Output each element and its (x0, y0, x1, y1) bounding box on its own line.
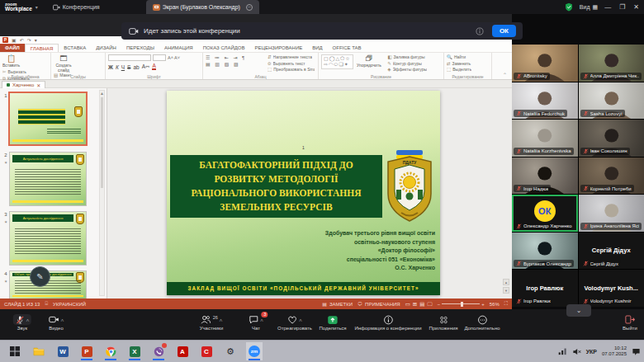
audio-button[interactable]: ᐱЗвук (13, 314, 31, 331)
security-shield-icon[interactable] (565, 2, 573, 12)
taskbar-powerpoint[interactable]: P (78, 342, 95, 360)
slide-title-box[interactable]: БАГАТОФАКТОРНИЙ ПІДХІД ДО РОЗВИТКУ МЕТОД… (170, 155, 382, 218)
shapes-gallery[interactable]: ▢◯△⬠☆⇨◠⬭❏✦ (321, 54, 353, 69)
close-screen-tab-icon[interactable]: − (246, 4, 253, 11)
taskbar-explorer[interactable] (31, 342, 47, 360)
ribbon-tab-вставка[interactable]: ВСТАВКА (59, 44, 91, 52)
ribbon-tab-показ-слайдов[interactable]: ПОКАЗ СЛАЙДОВ (198, 44, 250, 52)
chevron-up-icon[interactable]: ᐱ (61, 317, 64, 322)
network-icon[interactable] (558, 347, 567, 355)
leave-button[interactable]: Выйти (623, 314, 637, 331)
tab-screen-share[interactable]: Экран (Бурлаков Олександр) − (146, 0, 259, 14)
slide-sorter-icon[interactable]: ⊞ (413, 301, 417, 308)
maximize-button[interactable]: ❐ (619, 3, 625, 11)
taskbar-viber[interactable] (150, 342, 167, 360)
taskbar-excel[interactable]: X (126, 342, 143, 360)
normal-view-icon[interactable]: ▭ (405, 301, 410, 308)
collapse-gallery-button[interactable]: ⌄ (566, 304, 591, 317)
slide-nav-buttons[interactable]: ▲▼ (503, 279, 509, 294)
participant-tile[interactable]: Ірина Анатоліївна Ясі... (579, 195, 644, 232)
react-button[interactable]: ᐱОтреагировать (277, 314, 312, 331)
undo-icon[interactable]: ↶ (20, 38, 24, 43)
taskbar-acrobat[interactable]: A (174, 342, 191, 360)
ribbon-tab-вид[interactable]: ВИД (307, 44, 327, 52)
tab-meeting[interactable]: Конференция (46, 0, 107, 14)
more-button[interactable]: Дополнительно (464, 314, 500, 331)
speaker-muted-icon[interactable] (572, 347, 581, 356)
keyboard-language[interactable]: УКР (586, 349, 597, 355)
participant-tile[interactable]: Алла Дмитріена Чик... (579, 45, 644, 82)
shadow-button[interactable]: ab (133, 64, 139, 70)
participant-tile[interactable]: Ігор Надюк (512, 157, 578, 195)
close-button[interactable]: ✕ (633, 3, 639, 11)
shape-effects-button[interactable]: ◈Эффекты фигуры (387, 67, 430, 73)
ok-button[interactable]: ОК (492, 25, 516, 37)
shape-outline-button[interactable]: ✎Контур фигуры (387, 61, 430, 67)
comments-button[interactable]: 🗩 ПРИМЕЧАНИЯ (358, 302, 400, 307)
font-color-button[interactable]: А (152, 63, 155, 70)
participant-tile[interactable]: Корнелій Потреби (579, 157, 644, 195)
participant-tile[interactable]: Сергій ДідухСергій Дідух (579, 233, 644, 270)
smartart-button[interactable]: ⬚Преобразовать в SmartArt (268, 67, 315, 73)
annotation-pen-button[interactable]: ✎ (30, 266, 50, 287)
participants-button[interactable]: 26ᐱУчастники (200, 314, 224, 331)
ribbon-tab-главная[interactable]: ГЛАВНАЯ (25, 44, 59, 52)
share-button[interactable]: Поделиться (319, 314, 346, 331)
info-button[interactable]: Информация о конференции (354, 314, 421, 331)
font-size-select[interactable] (153, 54, 166, 61)
spacing-button[interactable]: A⇿ (142, 63, 150, 70)
taskbar-security[interactable]: C (198, 342, 215, 360)
redo-icon[interactable]: ↷ (27, 38, 31, 43)
ribbon-tab-рецензирование[interactable]: РЕЦЕНЗИРОВАНИЕ (250, 44, 308, 52)
fit-slide-icon[interactable]: ⛶ (504, 301, 508, 307)
participant-tile[interactable]: Nataliia Korzhenivska (512, 120, 578, 157)
paste-button[interactable]: 📋Вставить (2, 54, 20, 68)
info-icon[interactable] (476, 27, 484, 35)
slideshow-icon[interactable]: 🖵 (427, 301, 432, 308)
taskbar-start[interactable] (7, 342, 23, 360)
apps-button[interactable]: Приложения (429, 314, 457, 331)
taskbar-chrome[interactable] (102, 342, 119, 360)
replace-button[interactable]: ⇄Заменить (447, 61, 471, 67)
participant-tile[interactable]: ABronitsky (512, 45, 578, 82)
zoom-slider[interactable]: −+ (438, 302, 485, 307)
shape-fill-button[interactable]: ◧Заливка фигуры (387, 54, 430, 60)
collapse-ribbon-icon[interactable]: ⌃ (503, 72, 507, 78)
chevron-down-icon[interactable]: ▾ (36, 4, 38, 10)
participant-tile[interactable]: Іван Соколишин (579, 120, 644, 157)
slide-thumbnail-2[interactable]: Актуальність дослідження (10, 153, 86, 205)
document-tab[interactable]: Харченко ✕ (2, 81, 45, 88)
participant-tile[interactable]: Nataliia Fedorchuk (512, 82, 578, 120)
chevron-up-icon[interactable]: ᐱ (299, 317, 301, 322)
current-slide[interactable]: 1 БАГАТОФАКТОРНИЙ ПІДХІД ДО РОЗВИТКУ МЕТ… (167, 91, 440, 295)
view-button[interactable]: Вид▦ (580, 4, 598, 11)
zoom-level[interactable]: 56% (490, 302, 500, 307)
slide-thumbnail-3[interactable]: Актуальність дослідження (10, 212, 86, 265)
minimize-button[interactable]: — (604, 3, 611, 11)
ribbon-tab-анимация[interactable]: АНИМАЦИЯ (159, 44, 198, 52)
taskbar-zoom[interactable]: zm (246, 342, 263, 360)
bold-button[interactable]: Ж (108, 64, 113, 70)
action-center-icon[interactable] (632, 347, 641, 356)
participant-tile[interactable]: ОКОлександр Харченко (512, 195, 578, 232)
chat-button[interactable]: 3ᐱЧат (249, 314, 263, 331)
close-document-icon[interactable]: ✕ (36, 82, 40, 88)
chevron-up-icon[interactable]: ᐱ (260, 317, 263, 322)
notes-button[interactable]: ▤ ЗАМЕТКИ (322, 301, 353, 307)
ribbon-tab-переходы[interactable]: ПЕРЕХОДЫ (121, 44, 159, 52)
participant-tile[interactable]: Ігор РавлюкІгор Равлюк (512, 270, 578, 307)
spellcheck-icon[interactable]: ⌹ (45, 301, 48, 307)
taskbar-clock[interactable]: 10:12 07.07.2025 (602, 346, 627, 357)
thumbnail-scrollbar[interactable]: ▲ (99, 90, 105, 296)
select-button[interactable]: ⬚Выделить (447, 67, 471, 73)
italic-button[interactable]: К (116, 64, 119, 70)
language-indicator[interactable]: УКРАИНСКИЙ (53, 302, 86, 307)
find-button[interactable]: 🔍Найти (447, 54, 471, 60)
qat-dropdown-icon[interactable]: ▾ (35, 38, 37, 43)
slide-subtitle[interactable]: Здобувач третього рівня вищої освіти осв… (270, 229, 435, 273)
ribbon-tab-дизайн[interactable]: ДИЗАЙН (91, 44, 121, 52)
underline-button[interactable]: Ч (121, 64, 125, 70)
ribbon-tab-office-tab[interactable]: OFFICE TAB (328, 44, 367, 52)
participant-tile[interactable]: Volodymyr Kush...Volodymyr Kushnir (579, 270, 644, 307)
strikethrough-button[interactable]: S (127, 64, 130, 70)
